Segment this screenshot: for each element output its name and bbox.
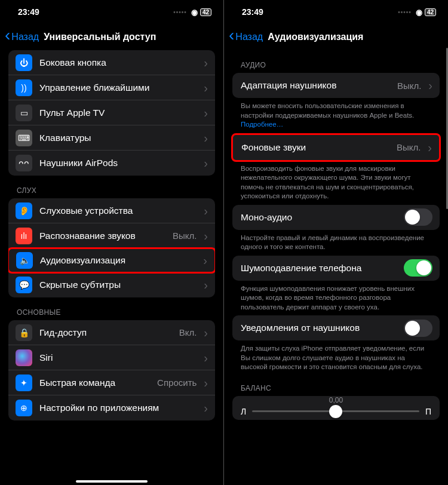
- row-headphone-adapt[interactable]: Адаптация наушников Выкл.: [232, 73, 440, 98]
- row-item[interactable]: ⏻Боковая кнопка: [8, 50, 215, 75]
- group-general: 🔒Гид-доступВкл.Siri✦Быстрая командаСпрос…: [8, 320, 215, 420]
- notif-footer: Для защиты слуха iPhone отправляет уведо…: [232, 340, 440, 373]
- chevron-right-icon: [204, 57, 208, 69]
- value: Выкл.: [397, 81, 421, 91]
- noise-toggle[interactable]: [404, 259, 432, 277]
- row-item[interactable]: ᴖᴖНаушники AirPods: [8, 151, 215, 176]
- row-mono-audio[interactable]: Моно-аудио: [232, 205, 440, 230]
- hearing-devices-icon: 👂: [16, 202, 32, 219]
- nav-bar: Назад Аудиовизуализация: [224, 24, 448, 50]
- label: Моно-аудио: [241, 212, 397, 223]
- chevron-right-icon: [204, 107, 208, 119]
- row-label: Пульт Apple TV: [39, 108, 197, 118]
- row-value: Вкл.: [179, 327, 197, 337]
- row-item[interactable]: 💬Скрытые субтитры: [8, 272, 215, 297]
- row-item[interactable]: 🔈Аудиовизуализация: [8, 247, 215, 274]
- nearby-control-icon: )): [16, 79, 32, 96]
- noise-footer: Функция шумоподавления понижает уровень …: [232, 281, 440, 314]
- group-balance: 0,00 Л П: [232, 396, 440, 420]
- wifi-icon: ◉: [191, 8, 198, 17]
- mono-toggle[interactable]: [404, 208, 432, 226]
- screen-accessibility: 23:49 ••••• ◉ 42 Назад Универсальный дос…: [0, 0, 224, 485]
- section-balance-header: БАЛАНС: [232, 373, 440, 396]
- label: Адаптация наушников: [241, 80, 390, 91]
- row-label: Управление ближайшими: [39, 82, 197, 93]
- row-item[interactable]: ılıРаспознавание звуковВыкл.: [8, 223, 215, 248]
- appletv-remote-icon: ▭: [16, 105, 32, 121]
- row-label: Аудиовизуализация: [40, 255, 196, 266]
- group-mono: Моно-аудио: [232, 205, 440, 230]
- chevron-right-icon: [204, 352, 208, 364]
- row-item[interactable]: ⊕Настройки по приложениям: [8, 395, 215, 420]
- label: Уведомления от наушников: [241, 323, 397, 333]
- row-label: Быстрая команда: [39, 377, 150, 388]
- row-background-sounds[interactable]: Фоновые звуки Выкл.: [233, 135, 439, 160]
- chevron-right-icon: [203, 254, 207, 266]
- row-item[interactable]: ✦Быстрая командаСпросить: [8, 370, 215, 395]
- chevron-left-icon: [5, 31, 10, 43]
- side-button-icon: ⏻: [16, 54, 32, 71]
- keyboards-icon: ⌨: [16, 130, 32, 146]
- row-label: Siri: [39, 352, 197, 363]
- label: Фоновые звуки: [241, 142, 389, 153]
- mono-footer: Настройте правый и левый динамик на восп…: [232, 230, 440, 253]
- row-noise-cancel[interactable]: Шумоподавление телефона: [232, 256, 440, 281]
- notif-toggle[interactable]: [404, 320, 432, 337]
- chevron-right-icon: [204, 279, 208, 291]
- chevron-right-icon: [204, 230, 208, 242]
- chevron-right-icon: [204, 82, 208, 94]
- balance-value: 0,00: [232, 396, 440, 406]
- row-item[interactable]: ))Управление ближайшими: [8, 75, 215, 100]
- row-item[interactable]: 🔒Гид-доступВкл.: [8, 320, 215, 345]
- row-value: Спросить: [157, 377, 197, 388]
- screen-audio-visual: 23:49 ••••• ◉ 42 Назад Аудиовизуализация…: [224, 0, 448, 485]
- page-title: Универсальный доступ: [44, 32, 156, 42]
- row-value: Выкл.: [173, 231, 197, 241]
- group-adapt: Адаптация наушников Выкл.: [232, 73, 440, 98]
- home-indicator[interactable]: [76, 480, 148, 483]
- cellular-dots: •••••: [173, 9, 187, 16]
- chevron-right-icon: [204, 132, 208, 144]
- back-label: Назад: [11, 32, 39, 42]
- chevron-right-icon: [204, 157, 208, 169]
- battery-indicator: 42: [425, 8, 436, 16]
- section-audio-header: АУДИО: [232, 50, 440, 73]
- group-background-sounds: Фоновые звуки Выкл.: [231, 133, 441, 162]
- learn-more-link[interactable]: Подробнее…: [241, 121, 283, 128]
- balance-slider[interactable]: [252, 410, 419, 412]
- chevron-right-icon: [204, 327, 208, 339]
- section-general-header: ОСНОВНЫЕ: [8, 297, 215, 320]
- battery-indicator: 42: [200, 8, 211, 16]
- row-item[interactable]: 👂Слуховые устройства: [8, 198, 215, 223]
- balance-right-label: П: [425, 407, 431, 416]
- per-app-icon: ⊕: [16, 400, 32, 416]
- balance-left-label: Л: [241, 407, 246, 416]
- group-notif: Уведомления от наушников: [232, 315, 440, 340]
- chevron-right-icon: [204, 205, 208, 217]
- row-label: Слуховые устройства: [39, 205, 197, 216]
- row-item[interactable]: Siri: [8, 345, 215, 370]
- row-item[interactable]: ⌨Клавиатуры: [8, 125, 215, 151]
- section-hearing-header: СЛУХ: [8, 176, 215, 198]
- row-label: Гид-доступ: [39, 327, 172, 338]
- status-bar: 23:49 ••••• ◉ 42: [0, 0, 223, 24]
- row-label: Боковая кнопка: [39, 57, 197, 68]
- status-time: 23:49: [242, 7, 263, 17]
- subtitles-icon: 💬: [16, 277, 32, 293]
- back-label: Назад: [235, 32, 263, 42]
- row-item[interactable]: ▭Пульт Apple TV: [8, 100, 215, 125]
- chevron-right-icon: [204, 377, 208, 389]
- nav-bar: Назад Универсальный доступ: [0, 24, 223, 50]
- siri-icon: [16, 349, 32, 366]
- chevron-left-icon: [229, 31, 234, 43]
- slider-thumb[interactable]: [329, 405, 342, 418]
- row-label: Клавиатуры: [39, 133, 197, 143]
- row-label: Наушники AirPods: [39, 158, 197, 168]
- audio-visual-icon: 🔈: [16, 252, 33, 269]
- group-noise: Шумоподавление телефона: [232, 256, 440, 281]
- airpods-icon: ᴖᴖ: [16, 155, 32, 171]
- back-button[interactable]: Назад: [229, 31, 263, 43]
- row-headphone-notif[interactable]: Уведомления от наушников: [232, 315, 440, 340]
- back-button[interactable]: Назад: [5, 31, 39, 43]
- row-label: Настройки по приложениям: [39, 403, 197, 413]
